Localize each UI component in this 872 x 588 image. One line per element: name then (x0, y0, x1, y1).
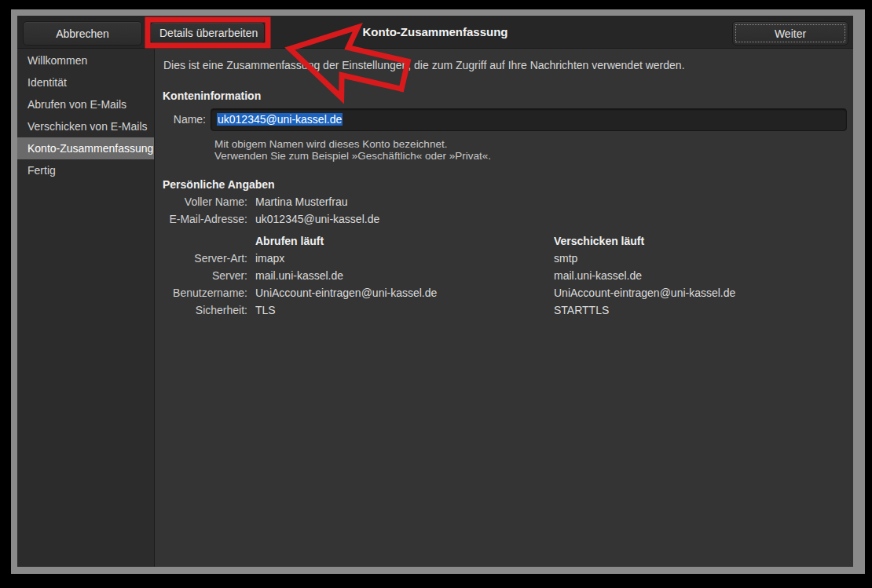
sidebar-item-konto-zusammenfassung[interactable]: Konto-Zusammenfassung (17, 137, 154, 159)
server-label: Server: (163, 267, 247, 284)
sending-column-heading: Verschicken läuft (554, 228, 850, 250)
summary-table: Voller Name: Martina Musterfrau E-Mail-A… (163, 193, 850, 319)
server-type-label: Server-Art: (163, 250, 247, 267)
name-hint: Mit obigem Namen wird dieses Konto bezei… (214, 138, 491, 162)
header-bar: Abbrechen Details überarbeiten Konto-Zus… (17, 16, 853, 49)
account-assistant-window: Abbrechen Details überarbeiten Konto-Zus… (17, 16, 853, 567)
summary-content: Dies ist eine Zusammenfassung der Einste… (155, 49, 853, 567)
full-name-value: Martina Musterfrau (255, 193, 546, 210)
full-name-label: Voller Name: (163, 193, 247, 210)
sidebar-item-identitaet[interactable]: Identität (17, 71, 154, 93)
sidebar-item-fertig[interactable]: Fertig (17, 159, 154, 181)
personal-details-heading: Persönliche Angaben (163, 178, 275, 191)
name-label: Name: (155, 108, 206, 131)
window-frame: Abbrechen Details überarbeiten Konto-Zus… (11, 9, 865, 574)
spacer-cell (554, 193, 850, 210)
account-name-input[interactable]: uk012345@uni-kassel.de (211, 108, 847, 131)
spacer-cell (163, 228, 247, 250)
server-type-sending: smtp (554, 250, 850, 267)
server-sending: mail.uni-kassel.de (554, 267, 850, 284)
username-label: Benutzername: (163, 284, 247, 301)
sidebar-item-abrufen[interactable]: Abrufen von E-Mails (17, 93, 154, 115)
server-receiving: mail.uni-kassel.de (255, 267, 546, 284)
sidebar-item-verschicken[interactable]: Verschicken von E-Mails (17, 115, 154, 137)
next-button[interactable]: Weiter (732, 21, 848, 46)
security-receiving: TLS (255, 301, 546, 319)
revise-details-button[interactable]: Details überarbeiten (150, 22, 265, 44)
summary-description: Dies ist eine Zusammenfassung der Einste… (163, 59, 685, 71)
email-label: E-Mail-Adresse: (163, 210, 247, 228)
sidebar-item-willkommen[interactable]: Willkommen (17, 49, 154, 71)
page-title: Konto-Zusammenfassung (362, 25, 507, 38)
security-label: Sicherheit: (163, 301, 247, 319)
receiving-column-heading: Abrufen läuft (255, 228, 546, 250)
username-receiving: UniAccount-eintragen@uni-kassel.de (255, 284, 546, 301)
security-sending: STARTTLS (554, 301, 850, 319)
server-type-receiving: imapx (255, 250, 546, 267)
username-sending: UniAccount-eintragen@uni-kassel.de (554, 284, 850, 301)
email-value: uk012345@uni-kassel.de (255, 210, 546, 228)
name-hint-line1: Mit obigem Namen wird dieses Konto bezei… (214, 138, 491, 150)
cancel-button[interactable]: Abbrechen (23, 21, 142, 46)
name-hint-line2: Verwenden Sie zum Beispiel »Geschäftlich… (214, 150, 491, 162)
wizard-steps-sidebar: Willkommen Identität Abrufen von E-Mails… (17, 49, 155, 567)
spacer-cell (554, 210, 850, 228)
account-name-selected-text: uk012345@uni-kassel.de (217, 113, 343, 126)
account-info-heading: Konteninformation (163, 89, 261, 102)
